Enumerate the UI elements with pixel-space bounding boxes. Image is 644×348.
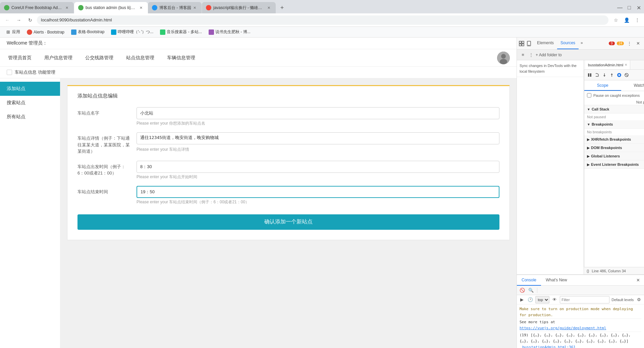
- station-end-input[interactable]: [137, 186, 499, 198]
- svg-point-1: [501, 54, 506, 59]
- main-nav: 管理员首页 用户信息管理 公交线路管理 站点信息管理 车辆信息管理: [0, 49, 517, 67]
- bookmark-bilibili[interactable]: 哔哩哔哩（'- '）つ...: [108, 28, 156, 36]
- step-into-icon[interactable]: [601, 72, 608, 78]
- forward-button[interactable]: →: [14, 15, 23, 25]
- console-close-icon[interactable]: ✕: [635, 277, 641, 284]
- debugger-right-panel: Scope Watch Pause on caught except: [584, 70, 644, 267]
- tab-close-3[interactable]: ✕: [192, 5, 198, 11]
- menu-icon[interactable]: ⋮: [633, 16, 641, 24]
- clear-console-icon[interactable]: 🚫: [519, 287, 526, 294]
- form-hint-start: Please enter your 车站点开始时间: [137, 174, 499, 180]
- tab-js[interactable]: javascript输出换行 - 懒雄能的笔… ✕: [202, 2, 276, 13]
- global-section: ▶ Global Listeners: [584, 152, 644, 160]
- sources-more-icon[interactable]: ≡: [520, 52, 526, 58]
- file-tab-close[interactable]: ✕: [625, 63, 627, 67]
- apps-icon: ⊞: [5, 29, 11, 35]
- nav-station[interactable]: 站点信息管理: [125, 55, 156, 61]
- form-hint-detail: Please enter your 车站点详情: [137, 147, 499, 152]
- device-icon[interactable]: [526, 40, 532, 47]
- avatar[interactable]: [497, 52, 510, 64]
- tab-title-3: 博客后台 - 博客园: [159, 5, 192, 11]
- nav-user[interactable]: 用户信息管理: [43, 55, 74, 61]
- close-button[interactable]: ✕: [636, 5, 641, 10]
- reload-button[interactable]: ↻: [25, 15, 35, 25]
- console-clock-icon[interactable]: 🕐: [527, 296, 534, 303]
- station-start-input[interactable]: [137, 161, 499, 173]
- tab-close-4[interactable]: ✕: [266, 5, 272, 11]
- console-filter-icon[interactable]: 🔍: [528, 287, 534, 294]
- devtools-tab-more[interactable]: »: [579, 38, 585, 49]
- tab-close-1[interactable]: ✕: [64, 5, 70, 11]
- submit-button[interactable]: 确认添加一个新站点: [77, 214, 499, 230]
- nav-route[interactable]: 公交线路管理: [84, 55, 115, 61]
- console-tab-console[interactable]: Console: [517, 275, 541, 286]
- minimize-button[interactable]: —: [617, 5, 623, 10]
- console-play-icon[interactable]: ▶: [519, 296, 525, 303]
- add-folder-button[interactable]: + Add folder to: [536, 53, 562, 57]
- call-stack-body: Not paused: [584, 114, 644, 120]
- address-bar-row: ← → ↻ ☆ 👤 ⋮: [0, 13, 644, 27]
- blog-icon: [209, 29, 214, 35]
- file-tab-busstation[interactable]: busstationAdmin.html ✕: [585, 60, 630, 70]
- sidebar-item-add[interactable]: 添加站点: [0, 82, 60, 96]
- call-stack-header[interactable]: ▼ Call Stack: [584, 105, 644, 114]
- nav-home[interactable]: 管理员首页: [7, 55, 33, 61]
- form-hint-end: Please enter your 车站点结束时间（例子：6：00或者21：00…: [137, 199, 499, 205]
- tab-busstation[interactable]: bus station admin (bus 站点… ✕: [74, 2, 148, 13]
- bookmark-star-icon[interactable]: ☆: [612, 16, 620, 24]
- step-over-icon[interactable]: [594, 72, 600, 78]
- address-input[interactable]: [37, 15, 608, 25]
- bookmark-apps-label: 应用: [12, 29, 20, 35]
- bus-station-link[interactable]: busstationAdmin.html:361: [522, 345, 576, 348]
- sidebar-item-search[interactable]: 搜索站点: [0, 96, 60, 110]
- resume-icon[interactable]: [616, 72, 623, 78]
- devtools-more-icon[interactable]: ⋮: [626, 40, 633, 47]
- tab-watch[interactable]: Watch: [621, 80, 644, 91]
- back-button[interactable]: ←: [3, 15, 12, 25]
- bookmark-table-label: 表格-Bootstrap: [78, 29, 104, 35]
- vue-deploy-link[interactable]: https://vuejs.org/guide/deployment.html: [520, 326, 606, 330]
- form-row-detail: 车站点详情（例子：下站通往某某大道，某某医院，某某街道） 通往12345街道，晚…: [77, 132, 499, 155]
- bookmark-alerts[interactable]: Alerts · Bootstrap: [24, 28, 67, 36]
- tab-close-2[interactable]: ✕: [138, 5, 144, 11]
- pause-exceptions-checkbox[interactable]: [587, 93, 591, 97]
- context-selector[interactable]: top: [535, 296, 549, 303]
- tab-scope[interactable]: Scope: [584, 80, 621, 91]
- deactivate-icon[interactable]: [623, 72, 630, 78]
- xhr-header[interactable]: ▶ XHR/fetch Breakpoints: [584, 135, 644, 144]
- bookmark-blog[interactable]: 说书先生肥秋 - 博...: [206, 28, 253, 36]
- tab-blog[interactable]: 博客后台 - 博客园 ✕: [148, 2, 202, 13]
- sidebar-item-all[interactable]: 所有站点: [0, 110, 60, 124]
- devtools-tab-elements[interactable]: Elements: [534, 38, 557, 49]
- tab-favicon-3: [152, 5, 157, 10]
- restore-button[interactable]: □: [627, 5, 632, 10]
- inspect-icon[interactable]: [518, 40, 525, 47]
- breakpoints-header[interactable]: ▼ Breakpoints: [584, 120, 644, 129]
- devtools-tab-sources[interactable]: Sources: [557, 38, 579, 49]
- sidebar: 添加站点 搜索站点 所有站点: [0, 78, 60, 348]
- svg-rect-6: [522, 44, 524, 46]
- devtools-icon-toolbar: [517, 40, 534, 47]
- new-tab-button[interactable]: +: [277, 3, 287, 12]
- dom-header[interactable]: ▶ DOM Breakpoints: [584, 144, 644, 152]
- bookmark-apps[interactable]: ⊞ 应用: [3, 28, 23, 36]
- nav-vehicle[interactable]: 车辆信息管理: [166, 55, 197, 61]
- account-icon[interactable]: 👤: [623, 16, 631, 24]
- event-header[interactable]: ▶ Event Listener Breakpoints: [584, 160, 644, 169]
- bookmark-table[interactable]: 表格-Bootstrap: [68, 28, 107, 36]
- tab-coreid[interactable]: CoreUI Free Bootstrap Admin ✕: [0, 2, 74, 13]
- console-settings-icon[interactable]: ⚙: [636, 296, 642, 303]
- eye-icon[interactable]: 👁: [551, 296, 558, 303]
- pause-icon[interactable]: [586, 72, 593, 78]
- devtools-close-icon[interactable]: ✕: [635, 40, 641, 47]
- bookmark-music[interactable]: 音乐搜索器 - 多站...: [157, 28, 205, 36]
- call-stack-section: ▼ Call Stack Not paused: [584, 105, 644, 120]
- console-filter-input[interactable]: [560, 296, 609, 303]
- station-name-input[interactable]: [137, 107, 499, 119]
- global-header[interactable]: ▶ Global Listeners: [584, 152, 644, 160]
- step-out-icon[interactable]: [608, 72, 615, 78]
- breadcrumb-checkbox[interactable]: [7, 70, 12, 75]
- sources-settings-icon[interactable]: ⋮: [528, 52, 534, 58]
- console-tab-whatsnew[interactable]: What's New: [541, 275, 572, 286]
- station-detail-input[interactable]: 通往12345街道，晚安街道，晚安购物城: [137, 132, 499, 144]
